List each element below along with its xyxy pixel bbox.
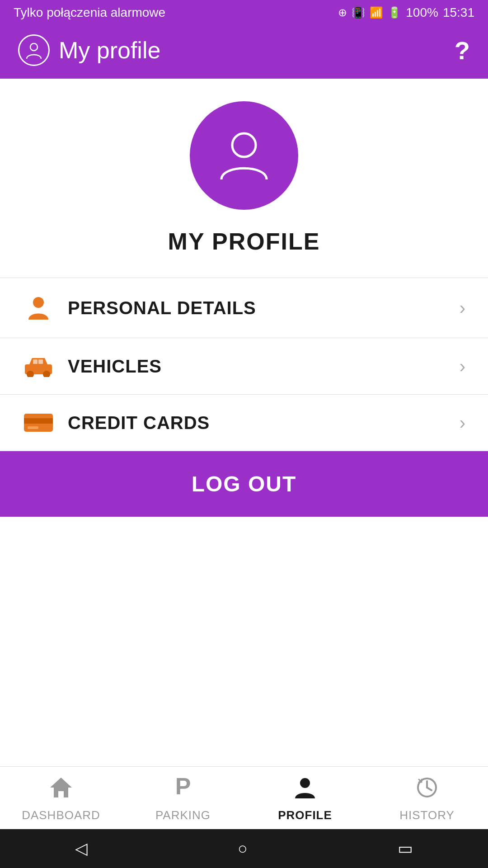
- vehicles-label: VEHICLES: [68, 356, 460, 377]
- wifi-icon: 📶: [370, 6, 383, 19]
- parking-icon: P: [171, 776, 195, 805]
- nav-item-parking[interactable]: P PARKING: [122, 776, 244, 822]
- svg-point-1: [232, 133, 256, 157]
- logout-button[interactable]: LOG OUT: [0, 451, 488, 517]
- profile-nav-icon: [293, 776, 317, 805]
- car-icon-svg: [23, 355, 54, 377]
- vehicles-chevron: ›: [460, 356, 465, 377]
- battery-text: 100%: [406, 5, 438, 20]
- status-icons: ⊕ 📳 📶 🔋 100% 15:31: [338, 5, 474, 20]
- status-bar: Tylko połączenia alarmowe ⊕ 📳 📶 🔋 100% 1…: [0, 0, 488, 25]
- header-profile-icon: [18, 34, 50, 66]
- menu-item-credit-cards[interactable]: CREDIT CARDS ›: [0, 395, 488, 451]
- parking-icon-svg: P: [171, 776, 195, 799]
- history-label: HISTORY: [399, 808, 455, 822]
- home-button[interactable]: ○: [238, 839, 248, 858]
- personal-details-label: PERSONAL DETAILS: [68, 298, 460, 318]
- back-button[interactable]: ◁: [75, 839, 88, 858]
- personal-details-chevron: ›: [460, 298, 465, 318]
- menu-list: PERSONAL DETAILS › VEHICLES: [0, 278, 488, 451]
- credit-cards-chevron: ›: [460, 413, 465, 433]
- history-icon: [415, 776, 439, 805]
- menu-item-personal-details[interactable]: PERSONAL DETAILS ›: [0, 278, 488, 338]
- home-icon-svg: [49, 776, 73, 799]
- credit-cards-icon: [23, 412, 54, 434]
- battery-icon: 🔋: [388, 6, 401, 19]
- vehicles-icon: [23, 355, 54, 377]
- history-icon-svg: [415, 776, 439, 799]
- profile-title: MY PROFILE: [168, 228, 320, 255]
- location-icon: ⊕: [338, 6, 347, 19]
- header-person-svg: [24, 41, 43, 60]
- nav-item-history[interactable]: HISTORY: [366, 776, 488, 822]
- svg-point-2: [33, 297, 44, 308]
- personal-details-icon: [23, 295, 54, 321]
- carrier-text: Tylko połączenia alarmowe: [14, 5, 165, 20]
- card-icon-svg: [23, 412, 54, 434]
- dashboard-icon: [49, 776, 73, 805]
- vibrate-icon: 📳: [352, 6, 365, 19]
- app-header: My profile ?: [0, 25, 488, 79]
- header-title-group: My profile: [18, 34, 160, 66]
- svg-rect-7: [38, 359, 43, 364]
- parking-label: PARKING: [155, 808, 211, 822]
- svg-marker-11: [50, 778, 72, 797]
- svg-text:P: P: [175, 776, 191, 799]
- profile-nav-svg: [293, 776, 317, 799]
- profile-avatar: [190, 101, 298, 210]
- bottom-nav: DASHBOARD P PARKING PROFILE HISTO: [0, 766, 488, 829]
- svg-point-0: [30, 43, 38, 51]
- nav-item-profile[interactable]: PROFILE: [244, 776, 366, 822]
- header-title: My profile: [59, 37, 160, 64]
- menu-item-vehicles[interactable]: VEHICLES ›: [0, 338, 488, 395]
- recents-button[interactable]: ▭: [398, 839, 413, 858]
- profile-nav-label: PROFILE: [278, 808, 332, 822]
- svg-rect-6: [33, 359, 38, 364]
- dashboard-label: DASHBOARD: [22, 808, 100, 822]
- android-nav-bar: ◁ ○ ▭: [0, 829, 488, 868]
- svg-rect-9: [24, 418, 53, 424]
- time-text: 15:31: [443, 5, 474, 20]
- main-content: MY PROFILE PERSONAL DETAILS ›: [0, 79, 488, 766]
- nav-item-dashboard[interactable]: DASHBOARD: [0, 776, 122, 822]
- credit-cards-label: CREDIT CARDS: [68, 413, 460, 433]
- help-button[interactable]: ?: [455, 36, 470, 65]
- avatar-svg: [215, 126, 273, 185]
- svg-point-13: [300, 778, 310, 788]
- svg-rect-10: [28, 426, 38, 429]
- person-icon-svg: [28, 295, 49, 321]
